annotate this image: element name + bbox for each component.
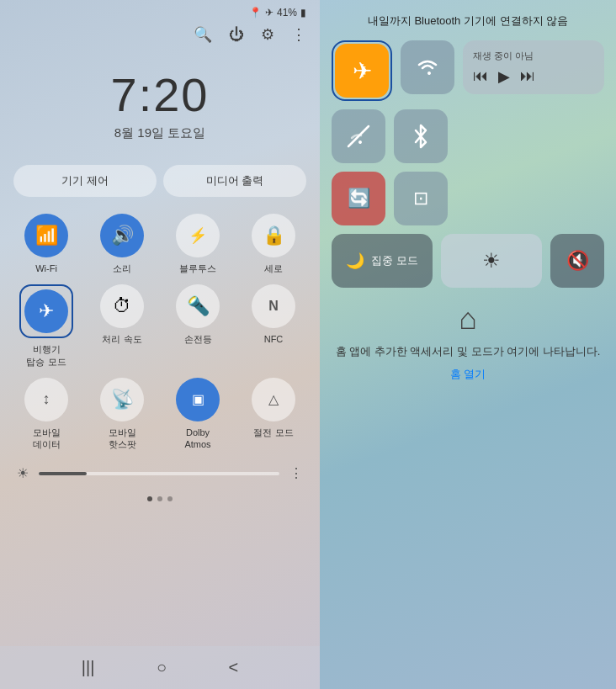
quick-item-bluetooth[interactable]: ⚡ 블루투스	[165, 214, 231, 274]
dolby-icon[interactable]: ▣	[176, 378, 220, 421]
ios-lock-rotate-tile[interactable]: 🔄	[332, 172, 385, 225]
bluetooth-notice: 내일까지 Bluetooth 기기에 연결하지 않음	[332, 13, 604, 29]
sound-icon[interactable]: 🔊	[100, 214, 144, 257]
ios-media-tile[interactable]: 재생 중이 아님 ⏮ ▶ ⏭	[463, 40, 604, 94]
quick-item-wifi[interactable]: 📶 Wi-Fi	[13, 214, 79, 274]
dot-1	[147, 496, 152, 501]
clock-date: 8월 19일 토요일	[0, 125, 320, 141]
ios-open-home-link[interactable]: 홈 열기	[450, 367, 486, 382]
ios-airplane-tile[interactable]: ✈	[335, 44, 389, 98]
nav-home-icon[interactable]: ○	[157, 658, 167, 677]
mobile-data-icon[interactable]: ↕	[24, 378, 68, 421]
tab-device-control[interactable]: 기기 제어	[13, 165, 157, 197]
settings-icon[interactable]: ⚙	[261, 25, 274, 44]
more-icon[interactable]: ⋮	[291, 25, 306, 44]
flashlight-icon[interactable]: 🔦	[176, 284, 220, 328]
ios-mute-tile[interactable]: 🔇	[550, 234, 604, 288]
nav-back-icon[interactable]: <	[229, 658, 239, 677]
nav-recent-icon[interactable]: |||	[82, 658, 95, 677]
ios-row-4: 🌙 집중 모드 ☀ 🔇	[332, 234, 604, 288]
ios-cc-grid: ✈ 재생 중이 아님 ⏮ ▶ ⏭	[332, 40, 604, 288]
airplane-border-box: ✈	[19, 284, 73, 338]
search-icon[interactable]: 🔍	[194, 25, 212, 44]
quick-settings-grid: 📶 Wi-Fi 🔊 소리 ⚡ 블루투스 🔒 세로 ✈ 비행기탑승 모드 ⏱ 처	[0, 207, 320, 457]
mute-icon: 🔇	[566, 250, 589, 272]
ios-control-center: 내일까지 Bluetooth 기기에 연결하지 않음 ✈ 재생 중이 아님 ⏮	[320, 0, 616, 689]
ios-row-1: ✈ 재생 중이 아님 ⏮ ▶ ⏭	[332, 40, 604, 101]
ios-focus-tile[interactable]: 🌙 집중 모드	[332, 234, 433, 288]
battery-save-label: 절전 모드	[253, 427, 293, 438]
wifi-label: Wi-Fi	[35, 262, 57, 274]
android-quick-settings: 📍 ✈ 41% ▮ 🔍 ⏻ ⚙ ⋮ 7:20 8월 19일 토요일 기기 제어 …	[0, 0, 320, 689]
hotspot-label: 모바일핫스팟	[109, 427, 136, 451]
ios-wifi-off-tile[interactable]	[332, 109, 385, 163]
brightness-sun-icon: ☀	[482, 249, 501, 273]
time-display: 7:20 8월 19일 토요일	[0, 50, 320, 148]
airplane-icon[interactable]: ✈	[24, 289, 68, 333]
airplane-status-icon: ✈	[265, 7, 273, 19]
focus-label: 집중 모드	[371, 253, 418, 268]
battery-save-icon[interactable]: △	[252, 378, 295, 421]
quick-item-mobile-data[interactable]: ↕ 모바일데이터	[13, 378, 79, 451]
row2-spacer	[456, 109, 604, 163]
ios-brightness-tile[interactable]: ☀	[441, 234, 542, 288]
bluetooth-icon[interactable]: ⚡	[176, 214, 220, 257]
android-nav-bar: ||| ○ <	[0, 646, 320, 689]
ios-bluetooth-tile[interactable]	[394, 109, 448, 163]
quick-item-sound[interactable]: 🔊 소리	[89, 214, 155, 274]
nfc-icon[interactable]: N	[252, 284, 295, 328]
bluetooth-label: 블루투스	[179, 262, 216, 274]
secure-label: 세로	[264, 262, 283, 274]
nfc-label: NFC	[264, 333, 284, 345]
tab-row: 기기 제어 미디어 출력	[13, 165, 306, 197]
speed-label: 처리 속도	[102, 333, 141, 345]
ios-home-section: ⌂ 홈 앱에 추가한 액세서리 및 모드가 여기에 나타납니다. 홈 열기	[332, 301, 604, 382]
ios-airplane-border: ✈	[332, 40, 392, 101]
wifi-icon[interactable]: 📶	[24, 214, 68, 257]
quick-item-secure[interactable]: 🔒 세로	[241, 214, 306, 274]
speed-icon[interactable]: ⏱	[100, 284, 144, 328]
fast-forward-icon[interactable]: ⏭	[520, 67, 535, 86]
ios-wifi-tile[interactable]	[401, 40, 454, 94]
brightness-fill	[39, 472, 87, 475]
battery-icon: ▮	[300, 7, 306, 19]
brightness-more-icon[interactable]: ⋮	[289, 465, 303, 481]
svg-line-0	[348, 126, 369, 146]
sound-label: 소리	[113, 262, 131, 274]
moon-icon: 🌙	[346, 252, 364, 270]
airplane-label: 비행기탑승 모드	[26, 343, 66, 368]
flashlight-label: 손전등	[184, 333, 212, 345]
ios-home-description: 홈 앱에 추가한 액세서리 및 모드가 여기에 나타납니다.	[336, 343, 601, 360]
battery-percent: 41%	[277, 7, 297, 19]
location-icon: 📍	[249, 7, 262, 19]
dot-3	[167, 496, 173, 501]
secure-icon[interactable]: 🔒	[252, 214, 295, 257]
quick-item-speed[interactable]: ⏱ 처리 속도	[89, 284, 155, 368]
quick-item-airplane[interactable]: ✈ 비행기탑승 모드	[13, 284, 79, 368]
mobile-data-label: 모바일데이터	[33, 427, 61, 451]
brightness-icon: ☀	[17, 465, 29, 481]
quick-item-nfc[interactable]: N NFC	[241, 284, 306, 368]
row3-spacer	[456, 172, 604, 225]
rewind-icon[interactable]: ⏮	[473, 67, 488, 86]
quick-item-hotspot[interactable]: 📡 모바일핫스팟	[89, 378, 155, 451]
page-dots	[0, 490, 320, 508]
quick-item-flashlight[interactable]: 🔦 손전등	[165, 284, 231, 368]
clock-time: 7:20	[0, 67, 320, 122]
top-icon-bar: 🔍 ⏻ ⚙ ⋮	[0, 22, 320, 50]
brightness-bar[interactable]	[39, 472, 279, 475]
quick-item-battery-save[interactable]: △ 절전 모드	[241, 378, 306, 451]
home-app-icon: ⌂	[459, 301, 477, 337]
ios-screen-mirror-tile[interactable]: ⊡	[394, 172, 448, 225]
media-controls: ⏮ ▶ ⏭	[473, 67, 535, 86]
tab-media-output[interactable]: 미디어 출력	[163, 165, 306, 197]
dolby-label: DolbyAtmos	[184, 427, 210, 451]
brightness-row: ☀ ⋮	[0, 457, 320, 490]
quick-item-dolby[interactable]: ▣ DolbyAtmos	[165, 378, 231, 451]
media-label: 재생 중이 아님	[473, 50, 534, 62]
play-icon[interactable]: ▶	[498, 67, 510, 86]
status-bar: 📍 ✈ 41% ▮	[0, 0, 320, 22]
power-icon[interactable]: ⏻	[229, 26, 244, 44]
hotspot-icon[interactable]: 📡	[100, 378, 144, 421]
dot-2	[157, 496, 162, 501]
